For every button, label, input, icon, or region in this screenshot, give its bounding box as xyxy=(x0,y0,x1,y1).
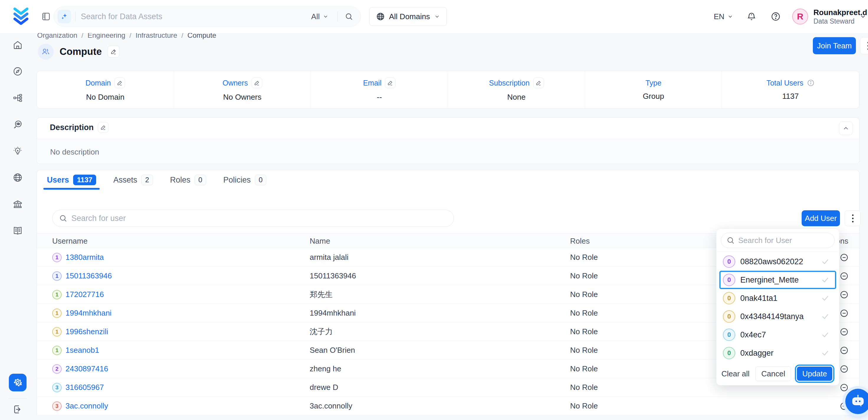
user-profile-menu[interactable]: R Rounakpreet.d Data Steward xyxy=(792,0,867,33)
remove-user-button[interactable] xyxy=(840,272,848,280)
user-display-name: 3ac.connolly xyxy=(310,397,352,415)
dropdown-option[interactable]: 0 0nak41ta1 xyxy=(719,289,836,307)
dropdown-option[interactable]: 0 0x43484149tanya xyxy=(719,307,836,326)
table-more-actions-button[interactable] xyxy=(845,210,861,226)
check-icon xyxy=(821,330,830,339)
collapse-description-button[interactable] xyxy=(839,121,852,135)
sidebar-item-settings[interactable] xyxy=(9,374,27,391)
add-user-button[interactable]: Add User xyxy=(802,210,840,226)
app-logo-icon[interactable] xyxy=(11,6,31,26)
tab[interactable]: Policies 0 xyxy=(220,170,270,190)
search-icon[interactable] xyxy=(345,12,353,21)
edit-button[interactable] xyxy=(252,78,262,88)
edit-button[interactable] xyxy=(385,78,396,88)
all-domains-dropdown[interactable]: All Domains xyxy=(369,7,447,26)
dropdown-option[interactable]: 0 Energinet_Mette xyxy=(719,271,836,289)
glossary-book-icon xyxy=(13,226,23,236)
explore-compass-icon xyxy=(13,66,23,77)
help-icon[interactable] xyxy=(771,0,781,33)
remove-user-button[interactable] xyxy=(840,365,848,373)
sidebar-item-lineage[interactable] xyxy=(13,93,23,103)
username-link[interactable]: 15011363946 xyxy=(65,271,112,280)
check-icon xyxy=(821,312,830,321)
summary-cell: Type Group xyxy=(585,71,722,108)
pencil-icon xyxy=(117,80,123,86)
remove-user-button[interactable] xyxy=(840,346,848,355)
language-dropdown[interactable]: EN xyxy=(714,0,733,33)
user-role: Data Steward xyxy=(813,18,867,25)
tab-bar: Users 1137 Assets 2 Roles 0 Policies 0 xyxy=(37,170,859,190)
user-role-value: No Role xyxy=(570,285,598,304)
tab-label: Users xyxy=(47,176,69,185)
remove-user-button[interactable] xyxy=(840,327,848,336)
settings-gear-icon xyxy=(12,377,23,388)
tab-count-badge: 2 xyxy=(141,175,153,185)
search-scope-dropdown[interactable]: All xyxy=(311,12,329,21)
sidebar-item-glossary[interactable] xyxy=(13,226,23,236)
sidebar-item-govern[interactable] xyxy=(13,199,23,209)
join-team-button[interactable]: Join Team xyxy=(813,37,856,54)
username-link[interactable]: 316605967 xyxy=(65,383,104,392)
remove-user-button[interactable] xyxy=(840,290,848,299)
chevron-down-icon[interactable] xyxy=(860,13,867,20)
remove-user-button[interactable] xyxy=(840,309,848,318)
notifications-bell-icon[interactable] xyxy=(746,0,756,33)
dropdown-option[interactable]: 0 0xdagger xyxy=(719,344,836,362)
dropdown-search-bar[interactable] xyxy=(721,233,835,248)
summary-value: 1137 xyxy=(782,92,799,101)
edit-team-name-button[interactable] xyxy=(107,46,119,58)
option-avatar: 0 xyxy=(723,256,735,268)
user-display-name: drewe D xyxy=(310,378,338,397)
option-label: 0x43484149tanya xyxy=(740,312,804,321)
edit-button[interactable] xyxy=(115,78,125,88)
sidebar-item-insights[interactable] xyxy=(13,146,23,156)
remove-user-button[interactable] xyxy=(840,253,848,262)
update-button[interactable]: Update xyxy=(797,367,832,381)
team-more-actions-button[interactable] xyxy=(860,37,868,54)
team-users-icon xyxy=(41,47,50,56)
check-icon xyxy=(821,349,830,357)
username-link[interactable]: 1994mhkhani xyxy=(65,308,112,318)
sidebar-item-explore[interactable] xyxy=(13,66,23,77)
tab[interactable]: Roles 0 xyxy=(167,170,210,190)
sidebar-item-home[interactable] xyxy=(13,40,23,50)
edit-description-button[interactable] xyxy=(98,122,108,133)
user-search-input[interactable] xyxy=(71,214,447,223)
user-avatar: 1 xyxy=(52,253,62,262)
logout-icon[interactable] xyxy=(12,404,23,415)
user-display-name: 15011363946 xyxy=(310,267,356,285)
column-header-username: Username xyxy=(52,234,88,248)
username-link[interactable]: 172027716 xyxy=(65,290,104,299)
username-link[interactable]: 3ac.connolly xyxy=(65,401,108,411)
dropdown-option[interactable]: 0 0x4ec7 xyxy=(719,326,836,344)
divider xyxy=(8,398,27,398)
minus-circle-icon xyxy=(840,272,848,280)
search-icon xyxy=(726,236,735,244)
dropdown-search-input[interactable] xyxy=(738,236,829,245)
lineage-flow-icon xyxy=(13,93,23,103)
username-link[interactable]: 2430897416 xyxy=(65,364,108,373)
sidebar-item-domains[interactable] xyxy=(13,173,23,183)
observability-search-eye-icon xyxy=(13,119,23,129)
chat-assistant-button[interactable] xyxy=(845,389,868,414)
chevron-down-icon xyxy=(434,13,440,20)
username-link[interactable]: 1seanob1 xyxy=(65,346,99,355)
cancel-button[interactable]: Cancel xyxy=(755,366,791,381)
dropdown-option[interactable]: 0 08820aws062022 xyxy=(719,252,836,271)
global-search-input[interactable] xyxy=(81,12,311,21)
clear-all-link[interactable]: Clear all xyxy=(721,369,749,379)
user-display-name: armita jalali xyxy=(310,248,349,267)
user-search-bar[interactable] xyxy=(52,210,454,227)
edit-button[interactable] xyxy=(533,78,544,88)
remove-user-button[interactable] xyxy=(840,383,848,392)
sidebar-item-observability[interactable] xyxy=(13,119,23,129)
sidebar-toggle-icon[interactable] xyxy=(41,11,51,22)
global-search-bar[interactable]: All xyxy=(54,6,361,27)
username-link[interactable]: 1380armita xyxy=(65,253,104,262)
tab[interactable]: Users 1137 xyxy=(43,170,100,190)
username-link[interactable]: 1996shenzili xyxy=(65,327,108,336)
summary-value: No Owners xyxy=(223,93,261,102)
tab[interactable]: Assets 2 xyxy=(110,170,156,190)
user-avatar: 1 xyxy=(52,271,62,281)
summary-value: Group xyxy=(643,92,664,101)
